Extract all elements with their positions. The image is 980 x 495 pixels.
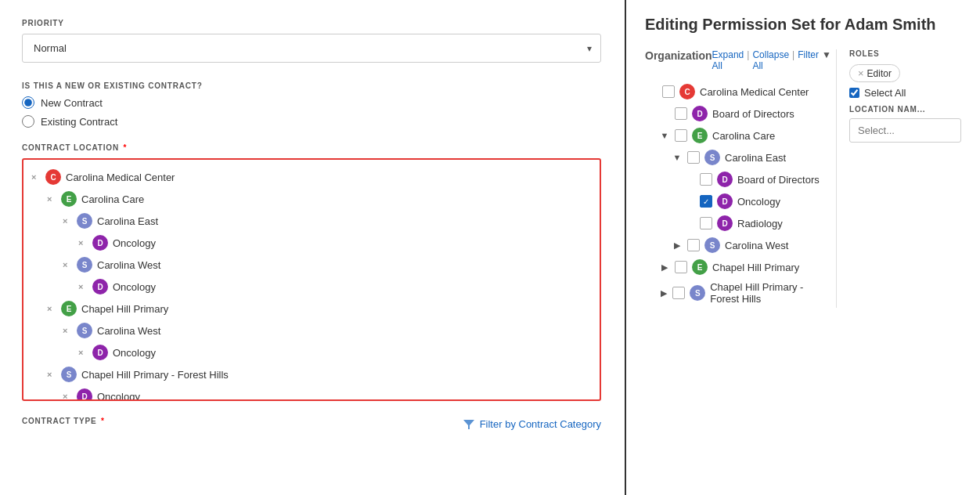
remove-icon[interactable]: ×	[78, 238, 88, 248]
list-item: × S Carolina West	[61, 320, 593, 341]
location-name: Carolina Care	[81, 193, 144, 205]
location-name: Carolina West	[97, 325, 160, 337]
list-item: × D Oncology	[77, 341, 593, 363]
tree-checkbox[interactable]	[672, 287, 685, 299]
tree-expand-icon[interactable]: ▶	[659, 262, 670, 273]
existing-contract-label: Existing Contract	[41, 116, 117, 128]
tree-checkbox[interactable]	[700, 217, 712, 229]
tree-checkbox[interactable]	[675, 107, 687, 120]
priority-label: PRIORITY	[22, 19, 603, 27]
list-item: × D Oncology	[77, 232, 593, 254]
badge-c: C	[679, 84, 695, 99]
remove-icon[interactable]: ×	[63, 216, 72, 226]
tree-expand-icon[interactable]: ▼	[659, 131, 670, 140]
remove-icon[interactable]: ×	[47, 370, 56, 379]
remove-icon[interactable]: ×	[31, 172, 41, 182]
location-name-input[interactable]	[849, 118, 961, 143]
tree-row: ▼ S Carolina East	[670, 146, 830, 168]
tree-checkbox[interactable]	[687, 151, 700, 164]
list-item: × E Chapel Hill Primary	[45, 298, 593, 320]
tree-expand-icon[interactable]: ▶	[672, 240, 683, 251]
location-box[interactable]: × C Carolina Medical Center × E Carolina…	[22, 158, 601, 401]
org-header: Organization Expand All | Collapse All |…	[645, 49, 830, 71]
select-all-label: Select All	[864, 87, 906, 99]
right-panel: Editing Permission Set for Adam Smith Or…	[626, 0, 980, 495]
badge-s: S	[61, 367, 77, 382]
location-name: Chapel Hill Primary	[81, 303, 168, 315]
tree-row: ▶ S Chapel Hill Primary - Forest Hills	[658, 278, 830, 308]
remove-icon[interactable]: ×	[63, 260, 72, 269]
badge-e: E	[61, 191, 77, 207]
badge-d: D	[92, 279, 108, 294]
tree-expand-icon[interactable]: ▶	[659, 288, 668, 298]
tree-checkbox[interactable]	[687, 239, 700, 251]
role-name: Editor	[867, 68, 892, 79]
tree-item-label: Chapel Hill Primary - Forest Hills	[710, 281, 828, 305]
tree-item-label: Carolina East	[725, 152, 786, 164]
location-name: Carolina East	[97, 215, 158, 227]
remove-icon[interactable]: ×	[47, 304, 56, 313]
left-panel: PRIORITY Normal High Low Urgent ▾ IS THI…	[0, 0, 626, 495]
location-name: Oncology	[113, 347, 156, 359]
tree-checkbox-checked[interactable]	[700, 195, 712, 208]
remove-icon[interactable]: ×	[63, 326, 72, 335]
badge-c: C	[45, 169, 61, 185]
select-all-checkbox[interactable]	[849, 88, 859, 98]
expand-all-link[interactable]: Expand All	[712, 49, 744, 71]
required-indicator: *	[124, 143, 128, 152]
list-item: × D Oncology	[77, 276, 593, 298]
tree-row: C Carolina Medical Center	[645, 81, 830, 103]
remove-icon[interactable]: ×	[78, 348, 88, 357]
badge-s: S	[77, 257, 92, 273]
remove-icon[interactable]: ×	[63, 392, 72, 401]
tree-checkbox[interactable]	[675, 129, 687, 142]
tree-item-label: Radiology	[737, 218, 783, 229]
remove-icon[interactable]: ×	[47, 194, 56, 204]
location-name: Oncology	[113, 281, 156, 293]
priority-section: PRIORITY Normal High Low Urgent ▾	[22, 19, 603, 63]
tree-item-label: Board of Directors	[712, 108, 794, 120]
list-item: × D Oncology	[61, 385, 593, 401]
badge-s: S	[77, 213, 92, 229]
remove-role-icon[interactable]: ×	[858, 67, 864, 79]
tree-column: Organization Expand All | Collapse All |…	[645, 49, 830, 308]
tree-checkbox[interactable]	[700, 173, 712, 186]
tree-item-label: Oncology	[737, 196, 780, 208]
tree-item-label: Carolina Care	[712, 130, 775, 142]
separator: |	[747, 49, 749, 71]
badge-d: D	[92, 345, 108, 360]
contract-type-section: IS THIS A NEW OR EXISTING CONTRACT? New …	[22, 81, 603, 128]
tree-expand-icon[interactable]: ▼	[672, 153, 683, 162]
tree-row: D Radiology	[683, 212, 830, 234]
tree-item-label: Board of Directors	[737, 174, 820, 186]
filter-by-category-link[interactable]: Filter by Contract Category	[463, 418, 601, 431]
tree-checkbox[interactable]	[662, 85, 675, 98]
badge-d: D	[92, 235, 108, 251]
priority-select[interactable]: Normal High Low Urgent	[22, 34, 601, 63]
badge-e: E	[692, 259, 708, 275]
tree-row: D Board of Directors	[683, 168, 830, 190]
list-item: × S Carolina East	[61, 210, 593, 232]
contract-question-label: IS THIS A NEW OR EXISTING CONTRACT?	[22, 81, 603, 90]
location-name: Chapel Hill Primary - Forest Hills	[81, 369, 229, 381]
svg-marker-0	[463, 420, 474, 429]
location-name: Carolina West	[97, 259, 160, 271]
tree-row: D Board of Directors	[658, 103, 830, 125]
list-item: × S Chapel Hill Primary - Forest Hills	[45, 363, 593, 385]
collapse-all-link[interactable]: Collapse All	[752, 49, 789, 71]
existing-contract-option[interactable]: Existing Contract	[22, 115, 603, 128]
remove-icon[interactable]: ×	[78, 282, 88, 291]
separator2: |	[792, 49, 794, 71]
tree-item-label: Chapel Hill Primary	[712, 262, 799, 273]
contract-type-label: CONTRACT TYPE *	[22, 417, 105, 425]
right-content: Organization Expand All | Collapse All |…	[645, 49, 961, 308]
roles-label: ROLES	[849, 49, 961, 58]
list-item: × E Carolina Care	[45, 188, 593, 210]
new-contract-option[interactable]: New Contract	[22, 96, 603, 109]
priority-dropdown-wrapper[interactable]: Normal High Low Urgent ▾	[22, 34, 601, 63]
list-item: × S Carolina West	[61, 254, 593, 276]
tree-item-label: Carolina West	[725, 240, 788, 251]
tree-checkbox[interactable]	[675, 261, 687, 273]
badge-d: D	[77, 388, 92, 401]
filter-link[interactable]: Filter	[798, 49, 819, 71]
